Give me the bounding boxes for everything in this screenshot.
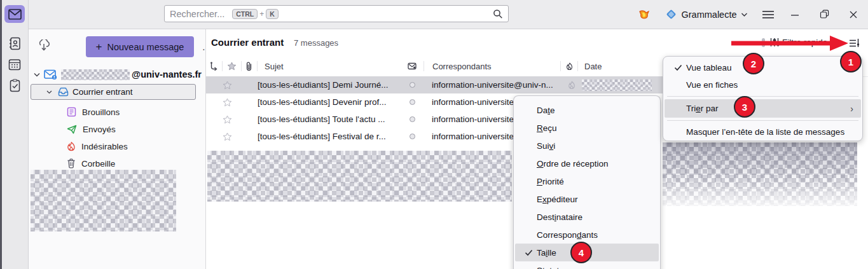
chevron-down-icon	[34, 72, 40, 77]
redacted-message-rows	[663, 142, 857, 206]
menu-item-masquer-entete[interactable]: Masquer l’en-tête de la liste de message…	[665, 123, 861, 141]
plus-icon: +	[96, 41, 102, 53]
redacted-folder-list	[31, 170, 176, 231]
menu-item-statut[interactable]: Statut	[515, 261, 659, 269]
menu-item-suivi[interactable]: Suivi	[515, 137, 659, 155]
maximize-restore-button[interactable]	[815, 0, 833, 29]
grammalecte-dropdown-button[interactable]: Grammalecte	[659, 0, 754, 29]
thunderbird-window: Rechercher... CTRL + K Grammalecte	[0, 0, 868, 269]
folder-item-sent[interactable]: Envoyés	[67, 122, 116, 136]
get-messages-cloud-icon[interactable]	[37, 39, 52, 52]
read-status-icon[interactable]	[410, 116, 415, 122]
account-row[interactable]: @univ-nantes.fr	[31, 67, 203, 81]
star-icon[interactable]	[223, 132, 232, 141]
search-input[interactable]: Rechercher... CTRL + K	[164, 5, 509, 22]
calendar-icon	[8, 58, 21, 71]
app-menu-button[interactable]	[759, 0, 777, 29]
menu-item-vue-tableau[interactable]: Vue tableau	[665, 59, 861, 76]
folder-item-inbox[interactable]: Courrier entrant	[31, 84, 196, 100]
inbox-icon	[58, 87, 69, 97]
menu-item-taille[interactable]: Taille	[515, 244, 659, 261]
menu-item-priorite[interactable]: Priorité	[515, 172, 659, 190]
quick-filter-label: Filtre rapide	[782, 38, 827, 47]
list-title: Courrier entrant	[211, 37, 284, 48]
kbd-k-badge: K	[266, 9, 279, 19]
redacted-message-rows	[207, 151, 512, 202]
star-icon[interactable]	[223, 115, 232, 124]
junk-column-icon[interactable]	[566, 62, 573, 71]
menu-item-trier-par[interactable]: Trier par ›	[665, 99, 861, 118]
quick-filter-icon[interactable]	[769, 38, 780, 47]
titlebar: Rechercher... CTRL + K Grammalecte	[0, 0, 868, 29]
account-mail-icon	[44, 69, 57, 80]
address-book-icon	[9, 37, 21, 50]
kbd-plus: +	[259, 10, 264, 18]
close-button[interactable]	[844, 0, 862, 29]
space-calendar-button[interactable]	[4, 55, 25, 73]
column-subject[interactable]: Sujet	[265, 62, 408, 71]
folder-drafts-label: Brouillons	[82, 107, 120, 117]
message-subject: [tous-les-étudiants] Festival de r...	[258, 132, 406, 141]
drafts-icon	[67, 107, 76, 117]
folder-item-junk[interactable]: Indésirables	[67, 139, 128, 153]
column-date[interactable]: Date	[584, 62, 602, 71]
message-subject: [tous-les-étudiants] Toute l'actu ...	[258, 114, 406, 124]
space-mail-button[interactable]	[4, 5, 25, 23]
menu-item-recu[interactable]: Reçu	[515, 119, 659, 137]
submenu-arrow-icon: ›	[850, 104, 853, 114]
message-correspondent: information-universite@univ-n...	[432, 80, 564, 90]
read-status-icon[interactable]	[410, 134, 415, 139]
toolbar-separator-pill	[762, 38, 765, 47]
tasks-icon	[10, 79, 20, 92]
list-message-count: 7 messages	[294, 38, 338, 48]
new-message-button[interactable]: + Nouveau message	[86, 36, 194, 57]
chevron-down-icon	[46, 90, 52, 94]
menu-item-date[interactable]: Date	[515, 101, 659, 119]
folder-item-trash[interactable]: Corbeille	[67, 156, 115, 170]
addon-flame-icon[interactable]	[636, 0, 652, 29]
search-placeholder: Rechercher...	[170, 9, 224, 19]
menu-separator	[667, 96, 858, 97]
minimize-button[interactable]	[786, 0, 804, 29]
menu-item-vue-en-fiches[interactable]: Vue en fiches	[665, 76, 861, 93]
menu-item-destinataire[interactable]: Destinataire	[515, 208, 659, 226]
menu-item-correspondants[interactable]: Correspondants	[515, 226, 659, 244]
sent-icon	[67, 125, 77, 134]
star-column-icon[interactable]	[227, 62, 237, 71]
space-tasks-button[interactable]	[4, 76, 25, 94]
message-list-header-bar: Courrier entrant 7 messages Filtre rapid…	[206, 29, 868, 57]
folder-trash-label: Corbeille	[81, 159, 115, 169]
column-correspondents[interactable]: Correspondants	[432, 62, 560, 71]
spaces-toolbar	[0, 0, 29, 269]
read-status-icon[interactable]	[410, 82, 415, 88]
grammalecte-label: Grammalecte	[681, 10, 736, 20]
folder-pane: + Nouveau message ... @univ-nantes.fr Co…	[29, 29, 205, 269]
redacted-date	[582, 79, 652, 91]
unread-column-icon[interactable]	[408, 62, 417, 70]
folder-inbox-label: Courrier entrant	[72, 87, 133, 97]
menu-item-ordre-reception[interactable]: Ordre de réception	[515, 155, 659, 172]
kbd-ctrl-badge: CTRL	[232, 9, 258, 19]
new-message-label: Nouveau message	[107, 42, 184, 52]
junk-flame-icon[interactable]	[568, 81, 575, 90]
space-addressbook-button[interactable]	[4, 34, 25, 52]
menu-item-expediteur[interactable]: Expéditeur	[515, 190, 659, 208]
attachment-column-icon[interactable]	[245, 62, 252, 71]
checkmark-icon	[521, 249, 535, 256]
star-icon[interactable]	[223, 81, 232, 90]
star-icon[interactable]	[223, 98, 232, 107]
window-left-edge	[0, 0, 2, 269]
folder-item-drafts[interactable]: Brouillons	[67, 105, 120, 119]
search-icon	[493, 9, 503, 19]
read-status-icon[interactable]	[410, 99, 415, 105]
thread-column-icon[interactable]	[210, 62, 218, 71]
trash-icon	[67, 158, 76, 169]
message-subject: [tous-les-étudiants] Demi Journé...	[258, 80, 406, 90]
mail-icon	[8, 9, 22, 20]
message-list-display-options-button[interactable]	[849, 38, 860, 48]
folder-junk-label: Indésirables	[81, 142, 128, 151]
menu-separator	[667, 120, 858, 121]
folder-junk-labelled: Envoyés	[83, 125, 116, 134]
grammalecte-icon	[665, 8, 677, 20]
message-subject: [tous-les-étudiants] Devenir prof...	[258, 97, 406, 107]
